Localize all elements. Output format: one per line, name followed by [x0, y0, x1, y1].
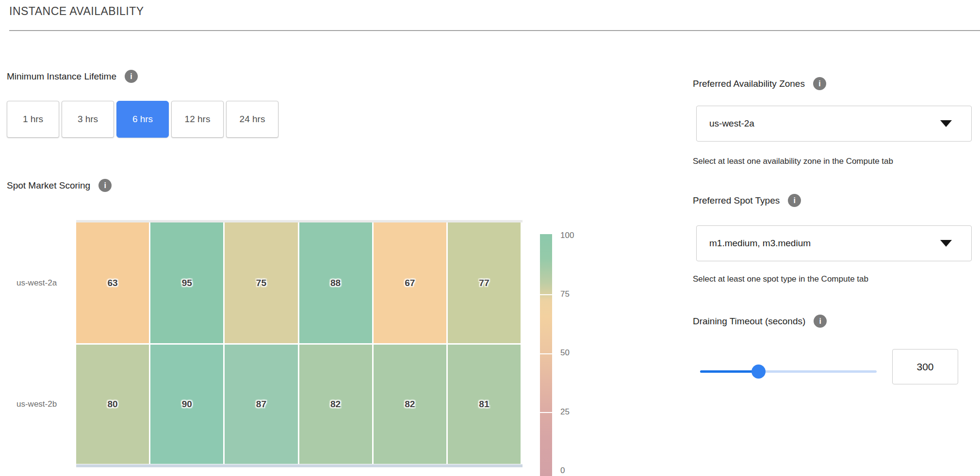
colorbar-divider	[540, 294, 552, 295]
spot-types-label-row: Preferred Spot Types i	[693, 194, 801, 207]
spot-market-heatmap: 639575886777809087828281	[76, 222, 521, 464]
colorbar-tick-label: 0	[560, 466, 589, 476]
heatmap-cell: 77	[448, 222, 521, 343]
chevron-down-icon	[940, 120, 952, 127]
heatmap-cell: 87	[225, 345, 297, 464]
slider-fill	[700, 370, 758, 373]
minimum-instance-lifetime-label: Minimum Instance Lifetime	[7, 71, 116, 82]
draining-timeout-slider[interactable]	[700, 364, 877, 379]
colorbar-divider	[540, 412, 552, 413]
heatmap-cell: 88	[299, 222, 372, 343]
instance-availability-panel: INSTANCE AVAILABILITY Minimum Instance L…	[0, 0, 980, 476]
availability-zones-caption: Select at least one availability zone in…	[693, 157, 893, 166]
spot-types-value: m1.medium, m3.medium	[709, 238, 940, 249]
heatmap-cell: 82	[374, 345, 446, 464]
heatmap-cell: 90	[150, 345, 223, 464]
heatmap-cell: 75	[225, 222, 297, 343]
availability-zones-label: Preferred Availability Zones	[693, 79, 805, 89]
heatmap-row-label: us-west-2a	[16, 278, 75, 288]
header-divider	[9, 30, 980, 31]
heatmap-cell: 81	[448, 345, 521, 464]
heatmap-row-label: us-west-2b	[16, 399, 75, 409]
lifetime-option-button[interactable]: 12 hrs	[171, 101, 224, 138]
lifetime-option-button[interactable]: 24 hrs	[226, 101, 278, 138]
page-title: INSTANCE AVAILABILITY	[9, 5, 144, 18]
heatmap-cell: 80	[76, 345, 149, 464]
colorbar-divider	[540, 353, 552, 354]
minimum-instance-lifetime-label-row: Minimum Instance Lifetime i	[7, 70, 138, 83]
heatmap-cell: 95	[150, 222, 223, 343]
draining-timeout-label: Draining Timeout (seconds)	[693, 316, 805, 327]
heatmap-colorbar	[540, 234, 552, 476]
spot-market-scoring-label-row: Spot Market Scoring i	[7, 179, 112, 192]
spot-types-caption: Select at least one spot type in the Com…	[693, 274, 868, 284]
spot-types-select[interactable]: m1.medium, m3.medium	[696, 225, 972, 261]
heatmap-bottom-strip	[76, 464, 523, 467]
heatmap-cell: 67	[374, 222, 446, 343]
chevron-down-icon	[940, 240, 952, 247]
lifetime-option-button[interactable]: 1 hrs	[7, 101, 59, 138]
availability-zones-value: us-west-2a	[709, 118, 940, 129]
slider-thumb[interactable]	[751, 365, 766, 379]
availability-zones-label-row: Preferred Availability Zones i	[693, 77, 826, 90]
info-icon[interactable]: i	[788, 194, 801, 207]
spot-types-label: Preferred Spot Types	[693, 195, 780, 206]
lifetime-option-button[interactable]: 3 hrs	[62, 101, 114, 138]
lifetime-button-group: 1 hrs3 hrs6 hrs12 hrs24 hrs	[7, 101, 278, 138]
colorbar-tick-label: 25	[560, 407, 589, 417]
draining-timeout-input[interactable]	[892, 349, 958, 384]
info-icon[interactable]: i	[125, 70, 138, 83]
heatmap-cell: 63	[76, 222, 149, 343]
heatmap-cell: 82	[299, 345, 372, 464]
info-icon[interactable]: i	[814, 315, 827, 328]
spot-market-scoring-label: Spot Market Scoring	[7, 180, 90, 191]
colorbar-tick-label: 75	[560, 289, 589, 299]
lifetime-option-button[interactable]: 6 hrs	[116, 101, 169, 138]
colorbar-tick-label: 100	[560, 231, 589, 240]
info-icon[interactable]: i	[813, 77, 826, 90]
draining-timeout-label-row: Draining Timeout (seconds) i	[693, 315, 827, 328]
colorbar-tick-label: 50	[560, 348, 589, 358]
info-icon[interactable]: i	[98, 179, 112, 192]
availability-zones-select[interactable]: us-west-2a	[696, 106, 972, 142]
